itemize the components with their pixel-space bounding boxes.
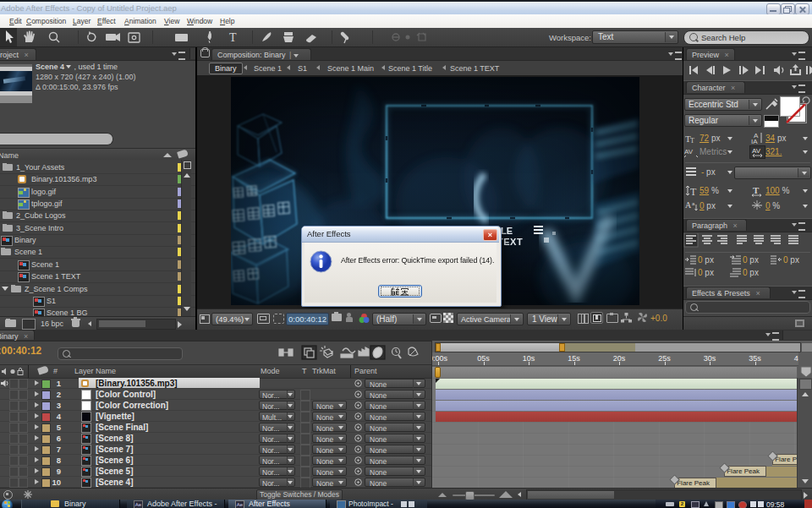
svg-text:IA: IA bbox=[751, 138, 758, 145]
svg-text:T: T bbox=[690, 186, 697, 197]
svg-text:T: T bbox=[753, 185, 760, 195]
svg-text:a: a bbox=[692, 201, 695, 206]
svg-text:T: T bbox=[690, 137, 694, 144]
svg-text:T: T bbox=[229, 31, 237, 44]
svg-text:AV: AV bbox=[752, 147, 761, 155]
svg-text:A: A bbox=[685, 200, 692, 210]
svg-text:AV: AV bbox=[684, 148, 694, 156]
